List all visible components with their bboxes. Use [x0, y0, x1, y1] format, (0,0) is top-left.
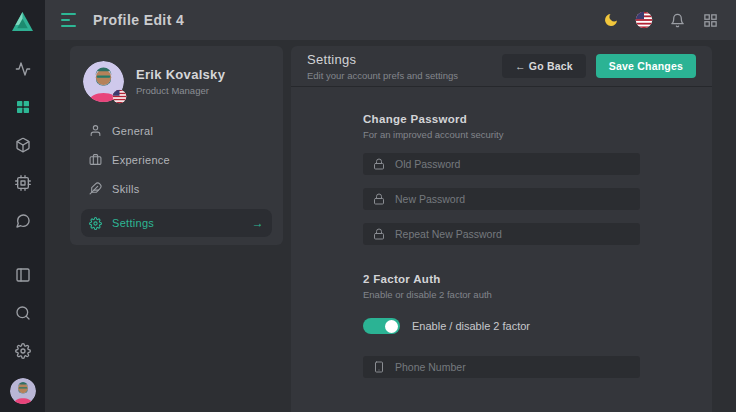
back-arrow-icon: ← [515, 60, 526, 72]
menu-label: Skills [112, 183, 139, 195]
arrow-right-icon: → [252, 216, 264, 230]
menu-item-experience[interactable]: Experience [81, 145, 272, 174]
settings-title: Settings [307, 52, 458, 67]
briefcase-icon [89, 153, 102, 166]
settings-gear-icon[interactable] [6, 332, 40, 370]
page-title: Profile Edit 4 [93, 12, 184, 28]
repeat-password-input[interactable] [395, 228, 630, 240]
dashboard-grid-icon[interactable] [6, 88, 40, 126]
icon-sidebar [0, 0, 45, 412]
content-area: Erik Kovalsky Product Manager General Ex… [45, 40, 736, 412]
go-back-label: Go Back [526, 60, 573, 72]
topbar: Profile Edit 4 [45, 0, 736, 40]
apps-grid-icon[interactable] [700, 10, 720, 30]
sidebar-bottom-nav [6, 256, 40, 412]
smartphone-icon [373, 361, 385, 373]
two-factor-toggle[interactable] [363, 318, 400, 334]
settings-panel: Settings Edit your account prefs and set… [291, 46, 712, 412]
settings-panel-header: Settings Edit your account prefs and set… [291, 46, 712, 87]
logo-triangle-icon [11, 11, 34, 32]
feather-icon [89, 182, 102, 195]
profile-card: Erik Kovalsky Product Manager General Ex… [70, 46, 283, 245]
phone-number-input[interactable] [395, 361, 630, 373]
menu-item-skills[interactable]: Skills [81, 174, 272, 203]
new-password-field[interactable] [363, 188, 640, 210]
search-icon[interactable] [6, 294, 40, 332]
lock-icon [373, 158, 385, 170]
toggle-knob [385, 320, 398, 333]
phone-number-field[interactable] [363, 356, 640, 378]
activity-icon[interactable] [6, 50, 40, 88]
menu-item-general[interactable]: General [81, 116, 272, 145]
two-factor-subtitle: Enable or disable 2 factor auth [363, 289, 640, 300]
avatar-flag-badge [112, 89, 127, 104]
moon-icon[interactable] [601, 10, 621, 30]
go-back-button[interactable]: ← Go Back [502, 54, 586, 78]
menu-label: Settings [112, 217, 154, 229]
two-factor-title: 2 Factor Auth [363, 273, 640, 285]
cpu-icon[interactable] [6, 164, 40, 202]
layout-panel-icon[interactable] [6, 256, 40, 294]
change-password-subtitle: For an improved account security [363, 129, 640, 140]
box-icon[interactable] [6, 126, 40, 164]
old-password-field[interactable] [363, 153, 640, 175]
user-icon [89, 124, 102, 137]
two-factor-section: 2 Factor Auth Enable or disable 2 factor… [363, 273, 640, 378]
current-user-avatar[interactable] [10, 378, 36, 404]
menu-hamburger-icon[interactable] [61, 13, 79, 27]
old-password-input[interactable] [395, 158, 630, 170]
profile-role: Product Manager [136, 85, 225, 96]
lock-icon [373, 193, 385, 205]
lock-icon [373, 228, 385, 240]
settings-body: Change Password For an improved account … [291, 87, 712, 412]
topbar-actions [601, 10, 720, 30]
two-factor-toggle-label: Enable / disable 2 factor [412, 320, 530, 332]
gear-icon [89, 217, 102, 230]
chat-bubble-icon[interactable] [6, 202, 40, 240]
new-password-input[interactable] [395, 193, 630, 205]
menu-item-settings[interactable]: Settings → [81, 209, 272, 237]
profile-menu: General Experience Skills Settings → [70, 114, 283, 237]
repeat-password-field[interactable] [363, 223, 640, 245]
sidebar-nav [6, 50, 40, 240]
us-flag-icon[interactable] [634, 10, 654, 30]
change-password-title: Change Password [363, 113, 640, 125]
user-avatar-image [10, 378, 36, 404]
profile-name: Erik Kovalsky [136, 67, 225, 82]
menu-label: Experience [112, 154, 170, 166]
menu-label: General [112, 125, 153, 137]
bell-icon[interactable] [667, 10, 687, 30]
two-factor-toggle-row: Enable / disable 2 factor [363, 318, 640, 334]
settings-subtitle: Edit your account prefs and settings [307, 70, 458, 81]
save-changes-button[interactable]: Save Changes [596, 54, 696, 78]
app-logo[interactable] [0, 0, 45, 42]
change-password-section: Change Password For an improved account … [363, 113, 640, 245]
profile-header: Erik Kovalsky Product Manager [70, 46, 283, 114]
profile-avatar [83, 61, 124, 102]
